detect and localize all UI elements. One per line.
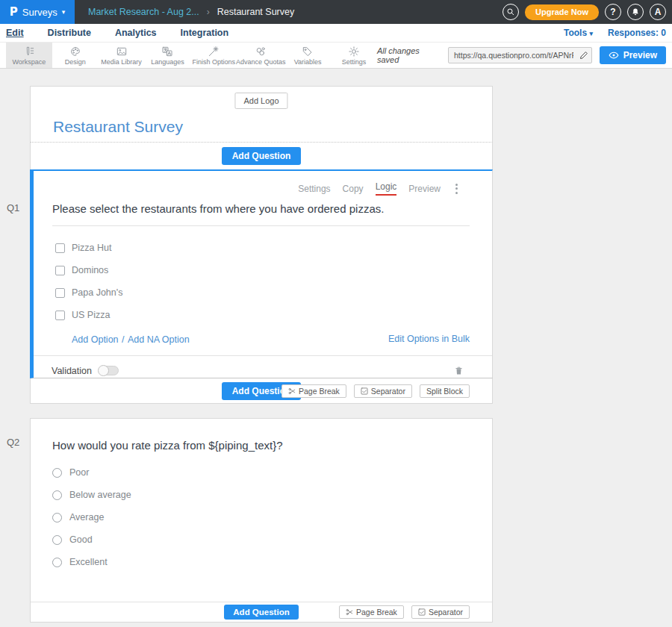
question-1-block[interactable]: Settings Copy Logic Preview Please selec… [30, 169, 493, 378]
question-1-text[interactable]: Please select the restaurants from where… [34, 196, 492, 215]
question-2-block[interactable]: How would you rate pizza from ${piping_t… [30, 418, 493, 623]
responses-count: Responses: 0 [608, 28, 666, 38]
survey-header-card: Add Logo Restaurant Survey [30, 86, 493, 143]
nav-tab-edit[interactable]: Edit [6, 28, 24, 38]
breadcrumb-folder[interactable]: Market Research - Aug 2... [88, 7, 199, 17]
add-question-strip-middle: Add Question Page Break Separator Split … [30, 378, 493, 404]
option-row[interactable]: Average [31, 506, 492, 528]
radio-icon[interactable] [52, 468, 62, 478]
add-logo-button[interactable]: Add Logo [234, 93, 287, 109]
search-icon [506, 7, 515, 16]
questionpro-survey-editor: P Surveys ▾ Market Research - Aug 2... ›… [0, 0, 672, 627]
questionpro-logo-icon: P [10, 5, 18, 19]
upgrade-now-button[interactable]: Upgrade Now [525, 4, 599, 20]
bell-icon [631, 7, 640, 16]
validation-toggle[interactable] [99, 366, 119, 375]
checkbox-icon[interactable] [55, 243, 65, 253]
question-mark-icon: ? [610, 7, 615, 17]
editor-toolbar: Workspace Design Media Library Languages… [0, 43, 672, 69]
radio-icon[interactable] [52, 513, 62, 522]
option-row[interactable]: Poor [31, 461, 492, 484]
block-action-buttons: Page Break Separator Split Block [281, 384, 470, 398]
toolbar-right: All changes saved Preview [377, 43, 672, 68]
nav-right: Tools ▾ Responses: 0 [564, 28, 666, 38]
option-actions-row: Add Option / Add NA Option Edit Options … [34, 326, 492, 346]
option-row[interactable]: Dominos [34, 259, 492, 281]
question-text-underline [52, 225, 470, 226]
notifications-button[interactable] [627, 4, 644, 20]
eye-icon [609, 50, 619, 60]
question-logic-link[interactable]: Logic [376, 181, 397, 196]
add-option-link[interactable]: Add Option [72, 334, 119, 345]
kebab-menu-icon[interactable] [454, 182, 459, 196]
nav-tab-analytics[interactable]: Analytics [115, 28, 157, 38]
workspace-icon [23, 46, 35, 57]
image-icon [116, 46, 128, 57]
delete-question-button[interactable] [454, 365, 464, 376]
question-copy-link[interactable]: Copy [343, 184, 364, 194]
option-row[interactable]: Good [31, 528, 492, 551]
breadcrumb-separator-icon: › [207, 7, 210, 17]
checkbox-icon[interactable] [55, 311, 65, 320]
block-gap [30, 404, 493, 418]
add-question-button[interactable]: Add Question [224, 605, 298, 620]
page-break-button[interactable]: Page Break [281, 384, 346, 398]
nav-tab-distribute[interactable]: Distribute [48, 28, 91, 38]
checkbox-icon[interactable] [55, 266, 65, 275]
option-row[interactable]: Papa John's [34, 281, 492, 304]
radio-icon[interactable] [52, 558, 62, 567]
option-row[interactable]: Excellent [31, 551, 492, 573]
add-option-separator: / [122, 334, 124, 345]
question-menu: Settings Copy Logic Preview [34, 171, 492, 196]
radio-icon[interactable] [52, 490, 62, 500]
chevron-down-icon: ▾ [589, 30, 593, 37]
edit-options-in-bulk-link[interactable]: Edit Options in Bulk [388, 334, 470, 344]
account-avatar[interactable]: A [650, 4, 666, 20]
add-option-links: Add Option / Add NA Option [72, 332, 190, 346]
toolbar-item-workspace[interactable]: Workspace [6, 43, 52, 68]
toolbar-item-finish-options[interactable]: Finish Options [190, 43, 237, 68]
translate-icon [161, 46, 173, 57]
add-question-strip-bottom: Add Question Page Break Separator [31, 602, 492, 622]
page-break-button[interactable]: Page Break [339, 605, 404, 619]
survey-url-input[interactable] [449, 51, 576, 60]
pencil-icon [579, 51, 588, 60]
toolbar-item-languages[interactable]: Languages [145, 43, 191, 68]
toolbar-item-media-library[interactable]: Media Library [99, 43, 145, 68]
option-row[interactable]: Below average [31, 484, 492, 506]
search-button[interactable] [503, 4, 519, 20]
tools-dropdown[interactable]: Tools ▾ [564, 28, 593, 38]
chevron-down-icon: ▾ [62, 8, 66, 16]
toolbar-item-variables[interactable]: Variables [284, 43, 331, 68]
toolbar-item-advance-quotas[interactable]: Advance Quotas [237, 43, 284, 68]
q2-side-label: Q2 [7, 437, 19, 448]
checkbox-icon[interactable] [55, 288, 65, 298]
add-question-button[interactable]: Add Question [222, 147, 302, 165]
magic-wand-icon [208, 46, 220, 57]
help-button[interactable]: ? [605, 4, 621, 20]
split-block-button[interactable]: Split Block [420, 384, 470, 398]
question-preview-link[interactable]: Preview [408, 184, 441, 194]
product-menu[interactable]: P Surveys ▾ [0, 0, 75, 24]
nav-tab-integration[interactable]: Integration [181, 28, 229, 38]
edit-url-button[interactable] [576, 51, 591, 60]
product-menu-label: Surveys [22, 7, 57, 18]
checked-box-icon [418, 608, 426, 616]
preview-button[interactable]: Preview [600, 46, 666, 64]
question-2-text[interactable]: How would you rate pizza from ${piping_t… [31, 419, 492, 452]
separator-button[interactable]: Separator [411, 605, 470, 619]
survey-title[interactable]: Restaurant Survey [53, 118, 183, 136]
option-row[interactable]: US Pizza [34, 304, 492, 326]
checked-box-icon [361, 387, 368, 395]
scissors-icon [346, 608, 353, 616]
add-question-strip-top: Add Question [30, 143, 493, 169]
option-row[interactable]: Pizza Hut [34, 237, 492, 259]
add-na-option-link[interactable]: Add NA Option [128, 334, 190, 345]
toolbar-item-design[interactable]: Design [52, 43, 99, 68]
main-nav: Edit Distribute Analytics Integration To… [0, 24, 672, 43]
radio-icon[interactable] [52, 535, 62, 545]
trash-icon [454, 365, 464, 376]
separator-button[interactable]: Separator [354, 384, 412, 398]
toolbar-item-settings[interactable]: Settings [331, 43, 377, 68]
question-settings-link[interactable]: Settings [298, 184, 330, 194]
